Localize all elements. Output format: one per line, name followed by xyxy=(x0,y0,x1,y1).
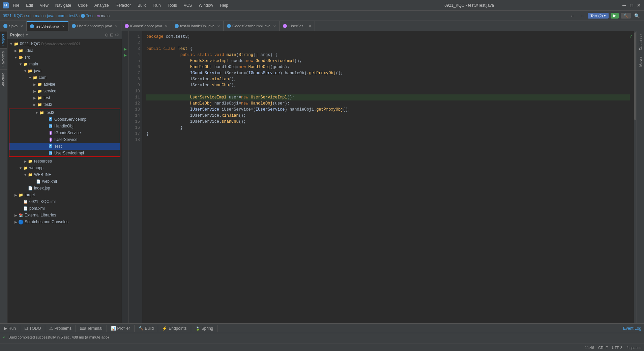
menu-navigate[interactable]: Navigate xyxy=(54,2,72,8)
maven-panel-button[interactable]: Maven xyxy=(638,54,643,69)
code-content[interactable]: package com.test3; public class Test { p… xyxy=(142,31,634,323)
tree-item-test[interactable]: ▶ 📁 test xyxy=(7,94,122,101)
tree-arrow-scratches[interactable]: ▶ xyxy=(13,220,18,224)
tree-item-igoodsservice[interactable]: I IGoodsService xyxy=(9,129,120,136)
tree-item-test3[interactable]: ▼ 📁 test3 xyxy=(9,109,120,116)
locate-file-button[interactable]: ⊙ xyxy=(105,32,109,37)
charset[interactable]: UTF-8 xyxy=(612,346,622,350)
menu-run[interactable]: Run xyxy=(152,2,162,8)
tab-close-handleobj[interactable]: ✕ xyxy=(217,24,220,28)
tree-item-root[interactable]: ▼ 📁 0921_KQC D:/java-baties-space/0921 xyxy=(7,40,122,47)
database-panel-button[interactable]: Database xyxy=(638,32,643,52)
menu-refactor[interactable]: Refactor xyxy=(114,2,132,8)
tab-close-t-java[interactable]: ✕ xyxy=(20,24,23,28)
tree-item-webinf[interactable]: ▼ 📁 WEB-INF xyxy=(7,171,122,178)
tree-arrow-main[interactable]: ▼ xyxy=(18,62,23,66)
tree-arrow-service[interactable]: ▶ xyxy=(32,89,37,93)
tab-test-java[interactable]: test3\Test.java ✕ xyxy=(27,21,68,31)
scrollbar-thumb[interactable] xyxy=(634,32,636,120)
line-ending[interactable]: CRLF xyxy=(598,346,608,350)
run-config-button[interactable]: Test (2) ▾ xyxy=(588,13,609,19)
bottom-tab-spring[interactable]: 🍃 Spring xyxy=(191,325,218,332)
tree-item-target[interactable]: ▶ 📁 target xyxy=(7,192,122,198)
tree-arrow-advise[interactable]: ▶ xyxy=(32,83,37,86)
panel-favorites[interactable]: Favorites xyxy=(0,48,7,69)
back-button[interactable]: ← xyxy=(569,12,576,19)
tree-item-com[interactable]: ▼ 📁 com xyxy=(7,74,122,81)
breadcrumb-com[interactable]: com xyxy=(58,13,65,18)
breadcrumb-java[interactable]: java xyxy=(47,13,54,18)
bottom-tab-run[interactable]: ▶ Run xyxy=(0,325,20,332)
tree-arrow-webapp[interactable]: ▼ xyxy=(18,166,23,170)
tab-handleobj[interactable]: test3\HandleObj.java ✕ xyxy=(171,21,224,31)
gutter-4[interactable]: ▶ xyxy=(122,52,129,58)
bottom-tab-todo[interactable]: ☑ TODO xyxy=(20,325,45,332)
breadcrumb-main[interactable]: main xyxy=(35,13,43,18)
tab-igoodsservice[interactable]: IGoodsService.java ✕ xyxy=(121,21,171,31)
build-button[interactable]: 🔨 xyxy=(621,13,631,19)
menu-tools[interactable]: Tools xyxy=(166,2,178,8)
bottom-tab-endpoints[interactable]: ⚡ Endpoints xyxy=(158,325,191,332)
breadcrumb-project[interactable]: 0921_KQC xyxy=(3,13,23,18)
tree-arrow-webinf[interactable]: ▼ xyxy=(23,173,28,177)
gutter-3[interactable]: ▶ xyxy=(122,46,129,52)
tree-item-handleobj[interactable]: C HandleObj xyxy=(9,123,120,129)
tree-item-goodsserviceimpl[interactable]: C GoodsServiceImpl xyxy=(9,116,120,123)
search-button[interactable]: 🔍 xyxy=(633,12,641,19)
breadcrumb-main-method[interactable]: main xyxy=(101,13,110,18)
panel-structure[interactable]: Structure xyxy=(0,69,7,90)
breadcrumb-test3[interactable]: test3 xyxy=(69,13,78,18)
maximize-button[interactable]: □ xyxy=(629,3,634,8)
tab-iuserser[interactable]: IUserSer... ✕ xyxy=(280,21,315,31)
bottom-tab-profiler[interactable]: 📊 Profiler xyxy=(107,325,135,332)
tree-arrow-idea[interactable]: ▶ xyxy=(13,49,18,53)
tab-close-userserviceimpl[interactable]: ✕ xyxy=(115,24,118,28)
panel-project[interactable]: Project xyxy=(0,31,7,48)
vertical-scrollbar[interactable] xyxy=(634,31,637,323)
tree-arrow-java[interactable]: ▼ xyxy=(23,69,28,73)
tree-item-main[interactable]: ▼ 📁 main xyxy=(7,61,122,67)
panel-settings-button[interactable]: ⚙ xyxy=(115,32,119,37)
collapse-all-button[interactable]: ⊟ xyxy=(110,32,114,37)
tree-arrow-extlibs[interactable]: ▶ xyxy=(13,213,18,217)
tree-arrow-src[interactable]: ▼ xyxy=(13,56,18,59)
menu-vcs[interactable]: VCS xyxy=(182,2,194,8)
menu-analyze[interactable]: Analyze xyxy=(93,2,110,8)
tree-arrow-target[interactable]: ▶ xyxy=(13,193,18,197)
breadcrumb-src[interactable]: src xyxy=(26,13,31,18)
tree-item-idea[interactable]: ▶ 📁 .idea xyxy=(7,47,122,54)
tab-close-igoodsservice[interactable]: ✕ xyxy=(165,24,168,28)
tree-item-test2[interactable]: ▶ 📁 test2 xyxy=(7,101,122,108)
tree-arrow-test[interactable]: ▶ xyxy=(32,96,37,100)
tab-goodsserviceimpl[interactable]: GoodsServiceImpl.java ✕ xyxy=(224,21,280,31)
run-class-icon[interactable]: ▶ xyxy=(124,47,127,51)
tree-item-iuserservice[interactable]: I IUserService xyxy=(9,136,120,143)
menu-help[interactable]: Help xyxy=(218,2,230,8)
tree-item-test-file[interactable]: C Test xyxy=(9,143,120,150)
menu-view[interactable]: View xyxy=(38,2,50,8)
menu-build[interactable]: Build xyxy=(136,2,148,8)
forward-button[interactable]: → xyxy=(578,12,586,19)
indent-info[interactable]: 4 spaces xyxy=(626,346,641,350)
tree-arrow-resources[interactable]: ▶ xyxy=(23,159,28,163)
breadcrumb-test[interactable]: Test xyxy=(86,13,93,18)
bottom-tab-problems[interactable]: ⚠ Problems xyxy=(45,325,76,332)
run-button[interactable]: ▶ xyxy=(611,13,619,19)
tab-t-java[interactable]: t.java ✕ xyxy=(0,21,27,31)
tree-item-service[interactable]: ▶ 📁 service xyxy=(7,88,122,94)
cursor-position[interactable]: 11:46 xyxy=(585,346,594,350)
tree-item-webxml[interactable]: 📄 web.xml xyxy=(7,178,122,185)
tab-close-goodsserviceimpl[interactable]: ✕ xyxy=(273,24,276,28)
bottom-tab-build[interactable]: 🔨 Build xyxy=(135,325,158,332)
tree-arrow-com[interactable]: ▼ xyxy=(28,76,32,80)
tree-item-src[interactable]: ▼ 📂 src xyxy=(7,54,122,61)
event-log-label[interactable]: Event Log xyxy=(623,326,641,331)
tree-item-java[interactable]: ▼ 📂 java xyxy=(7,67,122,74)
minimize-button[interactable]: ─ xyxy=(622,3,626,8)
tree-item-advise[interactable]: ▶ 📁 advise xyxy=(7,81,122,88)
tree-arrow-test2[interactable]: ▶ xyxy=(32,103,37,107)
close-button[interactable]: ✕ xyxy=(637,3,641,8)
event-log-button[interactable]: Event Log xyxy=(623,326,644,331)
menu-edit[interactable]: Edit xyxy=(25,2,34,8)
tab-userserviceimpl[interactable]: UserServiceImpl.java ✕ xyxy=(68,21,121,31)
